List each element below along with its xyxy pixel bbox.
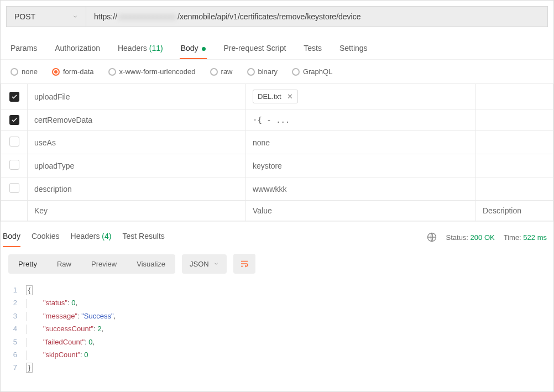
table-row-empty: Key Value Description	[1, 201, 553, 221]
file-chip[interactable]: DEL.txt ✕	[253, 90, 298, 103]
table-row: uploadFile DEL.txt ✕	[1, 84, 553, 109]
row-value[interactable]: wwwwkkk	[246, 177, 476, 201]
row-desc[interactable]	[476, 84, 553, 109]
format-select[interactable]: JSON	[182, 254, 227, 274]
response-toolbar: Pretty Raw Preview Visualize JSON	[1, 247, 553, 280]
table-row: description wwwwkkk	[1, 177, 553, 201]
table-row: uploadType keystore	[1, 154, 553, 177]
tab-headers-label: Headers	[118, 44, 147, 53]
time-value: 522 ms	[523, 233, 547, 242]
bodytype-none[interactable]: none	[11, 67, 38, 76]
row-desc[interactable]	[476, 109, 553, 131]
row-value[interactable]: keystore	[246, 154, 476, 177]
viewmode-preview[interactable]: Preview	[81, 254, 127, 274]
viewmode-pretty[interactable]: Pretty	[8, 254, 47, 274]
new-desc-input[interactable]: Description	[476, 201, 553, 221]
row-value[interactable]: ·{ - ...	[246, 109, 476, 131]
url-input[interactable]: https:// xxxxxxxxxxxxxxx /xenmobile/api/…	[86, 6, 548, 27]
json-message: Success	[84, 312, 111, 320]
tab-body-label: Body	[181, 44, 198, 53]
row-desc[interactable]	[476, 154, 553, 177]
tab-headers[interactable]: Headers (11)	[117, 39, 164, 59]
row-key[interactable]: uploadFile	[28, 84, 246, 109]
bodytype-graphql[interactable]: GraphQL	[292, 67, 332, 76]
chevron-down-icon	[213, 261, 219, 266]
row-value[interactable]: DEL.txt ✕	[246, 84, 476, 109]
tab-tests[interactable]: Tests	[302, 39, 323, 59]
wrap-lines-button[interactable]	[233, 254, 255, 274]
new-key-input[interactable]: Key	[28, 201, 246, 221]
url-prefix: https://	[94, 12, 117, 21]
tab-authorization[interactable]: Authorization	[54, 39, 101, 59]
format-label: JSON	[190, 260, 209, 268]
table-row: certRemoveData ·{ - ...	[1, 109, 553, 131]
row-desc[interactable]	[476, 131, 553, 154]
row-key[interactable]: certRemoveData	[28, 109, 246, 131]
row-desc[interactable]	[476, 177, 553, 201]
request-tabs: Params Authorization Headers (11) Body P…	[1, 33, 553, 60]
tab-params[interactable]: Params	[9, 39, 38, 59]
status-value: 200 OK	[471, 233, 495, 242]
bodytype-raw[interactable]: raw	[210, 67, 233, 76]
url-hidden-host: xxxxxxxxxxxxxxx	[118, 12, 176, 21]
row-checkbox[interactable]	[9, 115, 19, 125]
remove-file-icon[interactable]: ✕	[287, 92, 293, 101]
resp-tab-cookies[interactable]: Cookies	[32, 227, 60, 247]
resp-tab-headers[interactable]: Headers (4)	[71, 227, 112, 247]
row-value[interactable]: none	[246, 131, 476, 154]
table-row: useAs none	[1, 131, 553, 154]
viewmode-raw[interactable]: Raw	[47, 254, 81, 274]
time-label: Time:	[504, 233, 521, 242]
tab-headers-count: (11)	[149, 44, 163, 53]
row-key[interactable]: description	[28, 177, 246, 201]
json-skipcount: 0	[84, 351, 88, 359]
viewmode-visualize[interactable]: Visualize	[127, 254, 175, 274]
row-checkbox[interactable]	[9, 183, 19, 193]
url-path: /xenmobile/api/v1/certificates/remove/ke…	[177, 12, 360, 21]
row-checkbox[interactable]	[9, 137, 19, 147]
file-chip-name: DEL.txt	[258, 92, 281, 101]
active-dot-icon	[202, 47, 206, 51]
row-key[interactable]: useAs	[28, 131, 246, 154]
formdata-table: uploadFile DEL.txt ✕ certRemoveData ·{ -…	[1, 83, 553, 221]
tab-prerequest[interactable]: Pre-request Script	[222, 39, 287, 59]
network-icon[interactable]	[426, 232, 437, 243]
http-method-label: POST	[14, 12, 35, 21]
row-checkbox[interactable]	[9, 92, 19, 102]
resp-tab-body[interactable]: Body	[3, 227, 20, 247]
tab-settings[interactable]: Settings	[338, 39, 369, 59]
tab-body[interactable]: Body	[180, 39, 207, 59]
response-body-code[interactable]: 1{ 2"status": 0, 3"message": "Success", …	[1, 280, 553, 391]
response-bar: Body Cookies Headers (4) Test Results St…	[1, 221, 553, 247]
new-value-input[interactable]: Value	[246, 201, 476, 221]
bodytype-binary[interactable]: binary	[247, 67, 278, 76]
body-type-selector: none form-data x-www-form-urlencoded raw…	[1, 60, 553, 83]
status-label: Status:	[446, 233, 468, 242]
chevron-down-icon	[72, 14, 78, 19]
http-method-select[interactable]: POST	[6, 6, 86, 27]
resp-tab-testresults[interactable]: Test Results	[122, 227, 164, 247]
view-mode-group: Pretty Raw Preview Visualize	[8, 254, 175, 274]
bodytype-urlencoded[interactable]: x-www-form-urlencoded	[108, 67, 196, 76]
row-key[interactable]: uploadType	[28, 154, 246, 177]
row-checkbox[interactable]	[9, 160, 19, 170]
bodytype-formdata[interactable]: form-data	[52, 67, 94, 76]
